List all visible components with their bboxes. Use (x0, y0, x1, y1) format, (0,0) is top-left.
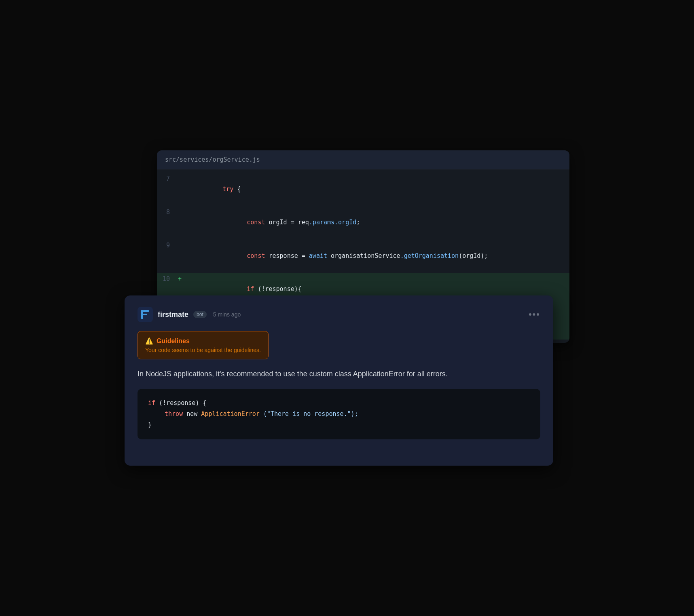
prop-getorg: .getOrganisation (400, 252, 459, 259)
line-number: 8 (157, 207, 178, 218)
suggestion-line-3: } (148, 420, 530, 430)
var-req: req (298, 219, 309, 226)
bot-timestamp: 5 mins ago (213, 311, 241, 318)
bot-badge: bot (193, 311, 207, 318)
suggestion-line-1: if (!response) { (148, 398, 530, 409)
keyword-const: const (247, 219, 265, 226)
punc-paren: (!response) { (155, 399, 206, 407)
bot-name: firstmate (158, 310, 188, 319)
bot-footer: — (138, 447, 540, 453)
bot-message-card: firstmate bot 5 mins ago ••• ⚠️ Guidelin… (125, 295, 553, 466)
message-menu-button[interactable]: ••• (529, 309, 540, 320)
bot-body-text: In NodeJS applications, it's recommended… (138, 368, 540, 380)
file-path: src/services/orgService.js (165, 156, 260, 163)
condition: (!response){ (254, 285, 301, 293)
suggestion-line-2: throw new ApplicationError ("There is no… (148, 409, 530, 420)
warning-title: ⚠️ Guidelines (145, 337, 261, 345)
warning-banner: ⚠️ Guidelines Your code seems to be agai… (138, 331, 269, 359)
warning-text: Your code seems to be against the guidel… (145, 347, 261, 353)
line-number: 9 (157, 240, 178, 251)
svg-rect-2 (143, 310, 149, 312)
scene: src/services/orgService.js 7 try { 8 con… (125, 150, 569, 466)
line-plus-indicator: + (178, 274, 186, 285)
closing-brace: } (148, 421, 152, 428)
svg-rect-1 (141, 310, 143, 319)
op-eq: = (291, 219, 298, 226)
var-new: new (186, 410, 201, 418)
keyword-try: try (222, 186, 233, 193)
svg-rect-3 (143, 314, 147, 315)
op: { (233, 186, 241, 193)
warning-title-text: Guidelines (157, 338, 190, 345)
op-eq: = (302, 252, 309, 259)
keyword-if: if (247, 285, 254, 293)
code-line-8: 8 const orgId = req.params.orgId; (157, 206, 569, 240)
line-code: try { (186, 174, 241, 205)
code-editor-header: src/services/orgService.js (157, 150, 569, 169)
line-code: const response = await organisationServi… (186, 240, 488, 272)
prop-params: .params (309, 219, 334, 226)
semicolon: ; (356, 219, 360, 226)
bot-avatar (138, 307, 153, 322)
var-orgid: orgId (265, 219, 290, 226)
args: (orgId); (459, 252, 488, 259)
line-number: 7 (157, 174, 178, 184)
kw-throw: throw (165, 410, 183, 418)
code-line-9: 9 const response = await organisationSer… (157, 239, 569, 273)
keyword-const: const (247, 252, 265, 259)
prop-orgid: .orgId (334, 219, 356, 226)
warning-icon: ⚠️ (145, 337, 153, 345)
bot-header: firstmate bot 5 mins ago ••• (138, 307, 540, 322)
class-appError: ApplicationError (201, 410, 260, 418)
var-service: organisationService (327, 252, 400, 259)
var-response: response (265, 252, 301, 259)
code-line-7: 7 try { (157, 173, 569, 206)
line-number: 10 (157, 274, 178, 285)
kw-if: if (148, 399, 155, 407)
keyword-await: await (309, 252, 327, 259)
line-code: const orgId = req.params.orgId; (186, 207, 360, 238)
suggestion-code-block: if (!response) { throw new ApplicationEr… (138, 389, 540, 439)
str-msg: ("There is no response."); (263, 410, 358, 418)
